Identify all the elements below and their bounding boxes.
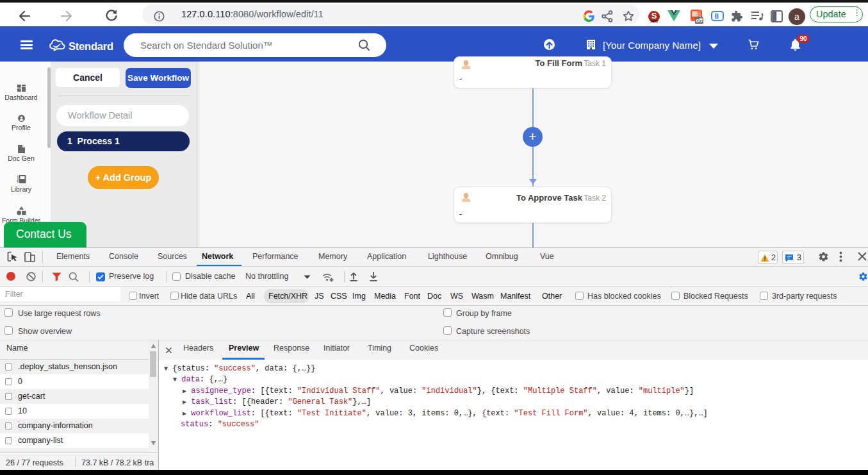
svg-text:SEO: SEO — [650, 19, 659, 23]
svg-text:off: off — [696, 17, 703, 24]
